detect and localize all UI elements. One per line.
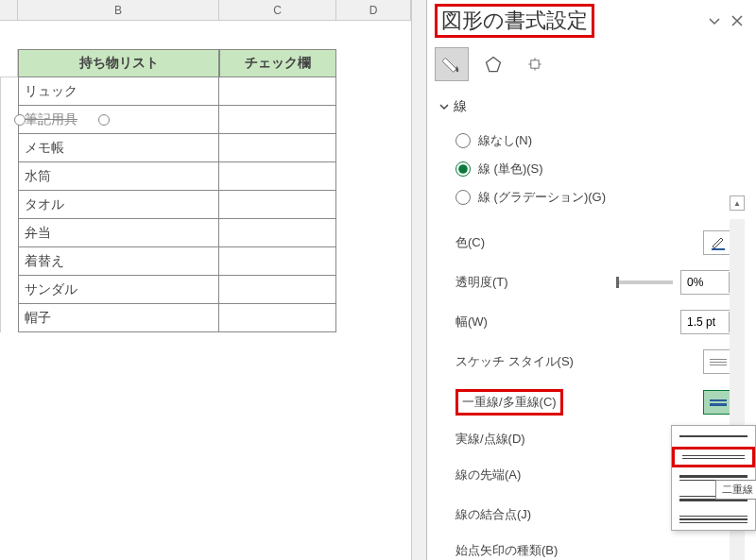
radio-no-line[interactable]: 線なし(N) bbox=[455, 127, 745, 155]
label-transparency: 透明度(T) bbox=[455, 274, 609, 291]
collapse-button[interactable] bbox=[703, 9, 726, 32]
section-label: 線 bbox=[454, 98, 467, 115]
wavy-line-icon bbox=[710, 357, 727, 367]
list-item[interactable]: タオル bbox=[18, 191, 219, 219]
tab-fill-line[interactable] bbox=[435, 47, 469, 81]
label-arrow-begin: 始点矢印の種類(B) bbox=[455, 542, 745, 559]
col-hdr-d[interactable]: D bbox=[336, 0, 411, 21]
label-color: 色(C) bbox=[455, 234, 696, 251]
table-row[interactable]: タオル bbox=[0, 191, 411, 219]
transparency-slider[interactable] bbox=[616, 280, 673, 284]
pane-title: 図形の書式設定 bbox=[435, 4, 594, 38]
table-row[interactable]: 筆記用具 bbox=[0, 106, 411, 134]
line-option-single[interactable] bbox=[672, 426, 755, 447]
label-width: 幅(W) bbox=[455, 314, 673, 331]
format-shape-pane: 図形の書式設定 ▲ 線 線なし(N) bbox=[426, 0, 756, 560]
label-join: 線の結合点(J) bbox=[455, 506, 696, 523]
col-hdr-c[interactable]: C bbox=[219, 0, 336, 21]
table-header-row: 持ち物リスト チェック欄 bbox=[0, 49, 411, 77]
compound-line-menu bbox=[671, 425, 756, 531]
pen-icon bbox=[710, 234, 727, 251]
tab-effects[interactable] bbox=[476, 47, 510, 81]
table-row[interactable]: 弁当 bbox=[0, 219, 411, 247]
svg-rect-1 bbox=[531, 60, 539, 68]
list-item[interactable]: サンダル bbox=[18, 276, 219, 304]
list-item[interactable]: 弁当 bbox=[18, 219, 219, 247]
label-sketch: スケッチ スタイル(S) bbox=[455, 353, 696, 370]
line-option-triple[interactable] bbox=[672, 509, 755, 530]
sheet-scrollbar[interactable] bbox=[411, 0, 426, 560]
table-row[interactable]: リュック bbox=[0, 77, 411, 106]
close-button[interactable] bbox=[726, 9, 748, 32]
chevron-down-icon bbox=[438, 101, 450, 112]
list-item[interactable]: 着替え bbox=[18, 247, 219, 276]
table-row[interactable]: 水筒 bbox=[0, 162, 411, 191]
table-row[interactable]: 着替え bbox=[0, 247, 411, 276]
list-item[interactable]: リュック bbox=[18, 77, 219, 106]
compound-line-icon bbox=[710, 399, 727, 406]
header-check[interactable]: チェック欄 bbox=[219, 49, 336, 77]
svg-rect-2 bbox=[712, 248, 725, 250]
list-item[interactable]: 水筒 bbox=[18, 162, 219, 191]
label-cap: 線の先端(A) bbox=[455, 467, 696, 484]
list-item[interactable]: メモ帳 bbox=[18, 134, 219, 162]
line-option-double[interactable] bbox=[672, 447, 755, 467]
table-row[interactable]: 帽子 bbox=[0, 304, 411, 332]
col-hdr-a[interactable] bbox=[0, 0, 18, 21]
col-hdr-b[interactable]: B bbox=[18, 0, 219, 21]
section-header-line[interactable]: 線 bbox=[438, 94, 745, 119]
label-compound: 一重線/多重線(C) bbox=[455, 389, 696, 416]
tab-size[interactable] bbox=[518, 47, 552, 81]
radio-gradient-line[interactable]: 線 (グラデーション)(G) bbox=[455, 183, 745, 212]
radio-solid-line[interactable]: 線 (単色)(S) bbox=[455, 155, 745, 183]
scroll-up-button[interactable]: ▲ bbox=[730, 195, 745, 211]
spreadsheet-area: B C D 持ち物リスト チェック欄 リュック 筆記用具 メモ帳 水筒 タオル … bbox=[0, 0, 411, 560]
tooltip: 二重線 bbox=[715, 480, 756, 500]
header-items[interactable]: 持ち物リスト bbox=[18, 49, 219, 77]
table-row[interactable]: サンダル bbox=[0, 276, 411, 304]
format-tabs bbox=[427, 42, 756, 87]
sheet-grid[interactable]: 持ち物リスト チェック欄 リュック 筆記用具 メモ帳 水筒 タオル 弁当 着替え… bbox=[0, 21, 411, 332]
svg-marker-0 bbox=[487, 58, 501, 72]
list-item[interactable]: 帽子 bbox=[18, 304, 219, 332]
list-item-selected[interactable]: 筆記用具 bbox=[18, 106, 219, 134]
table-row[interactable]: メモ帳 bbox=[0, 134, 411, 162]
column-headers: B C D bbox=[0, 0, 411, 21]
